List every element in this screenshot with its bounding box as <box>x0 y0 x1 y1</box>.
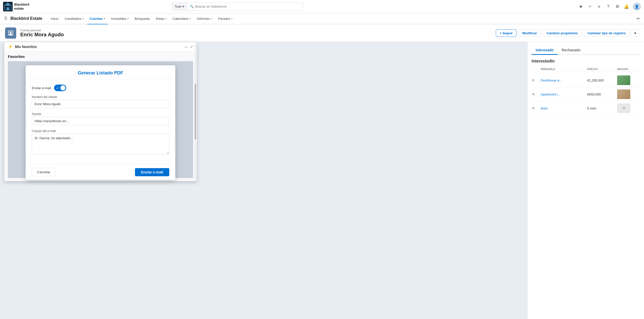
favorites-section-title: Favorites <box>8 54 193 59</box>
nombre-group: Nombre del cliente <box>32 95 169 108</box>
nav-label-inicio: Inicio <box>51 17 58 21</box>
table-row: ✕ test1 € mes 🖼 <box>532 101 640 115</box>
nav-label-cuentas: Cuentas <box>90 17 103 21</box>
nav-item-inicio[interactable]: Inicio <box>48 13 61 24</box>
cancel-button[interactable]: Cancelar <box>32 168 56 176</box>
favorites-icon[interactable]: ★ <box>578 4 584 9</box>
price-1: €1,200,000 <box>587 78 615 82</box>
send-email-button[interactable]: Enviar e-mail <box>135 168 169 176</box>
remove-item-1-button[interactable]: ✕ <box>532 78 539 83</box>
change-type-button[interactable]: Cambiar tipo de registro <box>584 29 630 37</box>
nav-item-areas[interactable]: Áreas ▾ <box>153 13 169 24</box>
nav-icons: ★ ▾ ＋ ? ⚙ 🔔 👤 <box>578 3 641 11</box>
scrollbar-thumb[interactable] <box>195 84 196 139</box>
nav-item-informes[interactable]: Informes ▾ <box>194 13 215 24</box>
modal-body: Enviar e-mail ✓ Nombre del cliente <box>26 79 175 164</box>
search-area: Todo ▾ 🔍 <box>172 3 304 11</box>
nav-item-busqueda[interactable]: Búsqueda <box>132 13 152 24</box>
property-link-2[interactable]: Apartment i... <box>541 92 585 96</box>
favorites-panel: ⚡ Mis favoritos — ⤢ Favorites Generar Li… <box>4 42 197 181</box>
nav-label-inmuebles: Inmuebles <box>111 17 126 21</box>
edit-nav-icon[interactable]: ✏ <box>637 16 640 21</box>
search-box[interactable]: 🔍 <box>187 3 304 11</box>
nav-label-calendario: Calendario <box>173 17 189 21</box>
page-wrap: Interesado Rechazado InterestedIn INMUEB… <box>0 42 644 319</box>
right-panel: Interesado Rechazado InterestedIn INMUEB… <box>527 42 644 319</box>
col-imagen: IMAGEN <box>617 68 640 71</box>
check-mark-icon: ✓ <box>56 86 59 90</box>
table-row: ✕ Apartment i... €650,000 <box>532 87 640 101</box>
nav-item-calendario[interactable]: Calendario ▾ <box>170 13 193 24</box>
col-inmueble: INMUEBLE <box>541 68 585 71</box>
inmuebles-chevron-icon: ▾ <box>127 17 129 20</box>
expand-icon[interactable]: ⤢ <box>190 45 193 49</box>
nav-item-inmuebles[interactable]: Inmuebles ▾ <box>109 13 131 24</box>
table-header: INMUEBLE PRECIO IMAGEN <box>532 67 640 72</box>
toggle-row: Enviar e-mail ✓ <box>32 85 169 91</box>
user-avatar[interactable]: 👤 <box>633 3 641 11</box>
logo-icon <box>3 2 13 11</box>
modal-title: Generar Listado PDF <box>32 70 169 76</box>
help-icon[interactable]: ? <box>605 4 611 9</box>
nav-item-cuentas[interactable]: Cuentas ▾ <box>87 13 108 24</box>
record-actions: + Seguir Modificar Cambiar propietario C… <box>496 29 639 37</box>
modal-header: Generar Listado PDF <box>26 65 175 79</box>
col-precio: PRECIO <box>587 68 615 71</box>
nombre-label: Nombre del cliente <box>32 95 169 99</box>
tab-rejected[interactable]: Rechazado <box>558 46 585 55</box>
paneles-chevron-icon: ▾ <box>231 17 232 20</box>
scrollbar-track <box>195 42 196 181</box>
nav-label-candidatos: Candidatos <box>65 17 81 21</box>
change-owner-button[interactable]: Cambiar propietario <box>543 29 582 37</box>
nav-label-paneles: Paneles <box>218 17 230 21</box>
modify-button[interactable]: Modificar <box>518 29 541 37</box>
nav-label-busqueda: Búsqueda <box>135 17 150 21</box>
tabs-row: Interesado Rechazado <box>532 46 640 55</box>
panel-inner: Generar Listado PDF Enviar e-mail ✓ <box>8 61 193 178</box>
cuerpo-group: Cuerpo del e-mail Sr. García, he adjunta… <box>32 129 169 155</box>
thumb-3: 🖼 <box>617 103 630 113</box>
nombre-input[interactable] <box>32 100 169 108</box>
table-row: ✕ Penthouse a... €1,200,000 <box>532 73 640 87</box>
svg-rect-2 <box>7 7 9 10</box>
asunto-input[interactable] <box>32 117 169 125</box>
actions-dropdown-button[interactable]: ▾ <box>632 29 639 37</box>
areas-chevron-icon: ▾ <box>165 17 166 20</box>
notifications-icon[interactable]: 🔔 <box>624 4 629 9</box>
property-link-3[interactable]: test1 <box>541 106 585 110</box>
scope-chevron-icon: ▾ <box>183 5 184 8</box>
follow-button[interactable]: + Seguir <box>496 29 517 37</box>
thumb-1 <box>617 75 630 85</box>
settings-icon[interactable]: ⚙ <box>615 4 620 9</box>
price-3: € mes <box>587 106 615 110</box>
remove-item-3-button[interactable]: ✕ <box>532 106 539 111</box>
panel-title: Mis favoritos <box>15 45 184 49</box>
asunto-label: Asunto <box>32 112 169 116</box>
send-email-toggle[interactable]: ✓ <box>54 85 66 91</box>
svg-point-6 <box>10 32 11 33</box>
nav-label-informes: Informes <box>197 17 210 21</box>
minimize-icon[interactable]: — <box>184 45 188 49</box>
panel-body: Favorites Generar Listado PDF Enviar e-m… <box>4 51 197 181</box>
record-title: Enric Mora Agudo <box>20 32 492 38</box>
cuentas-chevron-icon: ▾ <box>104 17 105 20</box>
candidatos-chevron-icon: ▾ <box>82 17 84 20</box>
nav-item-candidatos[interactable]: Candidatos ▾ <box>62 13 86 24</box>
thumb-2 <box>617 89 630 99</box>
dropdown-icon[interactable]: ▾ <box>587 4 593 9</box>
app-launcher-icon[interactable]: ⠿ <box>4 16 7 21</box>
add-icon[interactable]: ＋ <box>596 4 602 9</box>
cuerpo-textarea[interactable]: Sr. García, he adjuntado... <box>32 134 169 154</box>
tab-interested[interactable]: Interesado <box>532 46 558 55</box>
nav-item-paneles[interactable]: Paneles ▾ <box>216 13 235 24</box>
property-link-1[interactable]: Penthouse a... <box>541 78 585 82</box>
modal-footer: Cancelar Enviar e-mail <box>26 164 175 180</box>
search-scope-dropdown[interactable]: Todo ▾ <box>172 3 187 11</box>
panel-controls: — ⤢ <box>184 45 193 49</box>
search-input[interactable] <box>195 5 301 8</box>
record-meta: Cuenta personal Enric Mora Agudo <box>20 29 492 38</box>
record-type: Cuenta personal <box>20 29 492 32</box>
record-header: Cuenta personal Enric Mora Agudo + Segui… <box>0 24 644 42</box>
toggle-thumb <box>60 85 65 90</box>
remove-item-2-button[interactable]: ✕ <box>532 92 539 97</box>
